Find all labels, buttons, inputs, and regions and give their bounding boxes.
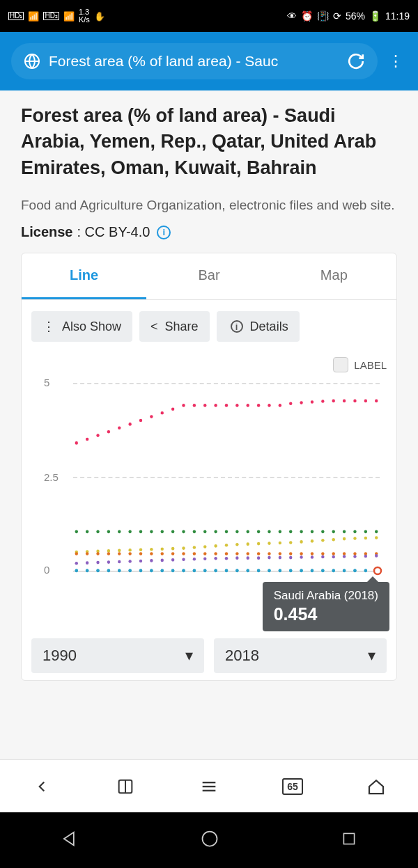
dots-vertical-icon: ⋮ bbox=[42, 319, 55, 334]
tabs-button[interactable]: 65 bbox=[277, 771, 308, 802]
svg-point-24 bbox=[321, 400, 324, 403]
svg-point-191 bbox=[247, 569, 249, 573]
svg-point-36 bbox=[139, 530, 142, 534]
svg-point-12 bbox=[193, 404, 196, 407]
year-start-select[interactable]: 1990 ▾ bbox=[31, 638, 204, 673]
svg-point-186 bbox=[193, 569, 196, 573]
svg-point-88 bbox=[75, 552, 78, 555]
license-label: License bbox=[21, 224, 72, 240]
svg-point-78 bbox=[279, 542, 281, 545]
url-bar[interactable]: Forest area (% of land area) - Sauc bbox=[11, 43, 378, 79]
svg-point-87 bbox=[375, 536, 378, 539]
svg-rect-211 bbox=[343, 833, 354, 844]
svg-point-202 bbox=[364, 569, 367, 573]
url-text: Forest area (% of land area) - Sauc bbox=[49, 53, 339, 70]
svg-point-210 bbox=[202, 832, 217, 846]
svg-point-57 bbox=[364, 530, 367, 534]
svg-point-43 bbox=[214, 530, 217, 534]
svg-point-40 bbox=[182, 530, 185, 534]
svg-point-138 bbox=[300, 555, 302, 559]
svg-point-18 bbox=[257, 404, 260, 407]
also-show-label: Also Show bbox=[62, 319, 121, 334]
svg-point-83 bbox=[332, 538, 335, 542]
svg-point-99 bbox=[193, 552, 196, 555]
svg-point-13 bbox=[203, 404, 206, 407]
clock: 11:19 bbox=[385, 10, 410, 22]
back-button[interactable] bbox=[26, 771, 57, 802]
year-end-select[interactable]: 2018 ▾ bbox=[214, 638, 387, 673]
svg-point-121 bbox=[118, 560, 121, 564]
hd2-indicator: HD₂ bbox=[43, 12, 59, 20]
svg-point-7 bbox=[139, 419, 142, 423]
share-button[interactable]: < Share bbox=[139, 311, 210, 342]
svg-point-122 bbox=[128, 560, 131, 563]
svg-point-100 bbox=[203, 552, 206, 555]
more-menu-button[interactable]: ⋮ bbox=[385, 52, 407, 70]
svg-point-101 bbox=[214, 552, 217, 555]
svg-point-86 bbox=[364, 537, 367, 540]
svg-point-3 bbox=[96, 434, 99, 437]
svg-point-112 bbox=[332, 552, 335, 555]
svg-point-55 bbox=[343, 530, 346, 534]
svg-point-108 bbox=[289, 552, 292, 555]
svg-point-42 bbox=[203, 530, 206, 534]
bookmarks-button[interactable] bbox=[110, 771, 141, 802]
svg-point-54 bbox=[332, 530, 335, 534]
svg-point-187 bbox=[203, 569, 206, 573]
svg-point-19 bbox=[268, 404, 270, 407]
refresh-icon[interactable] bbox=[347, 52, 365, 70]
tab-line[interactable]: Line bbox=[22, 253, 146, 299]
svg-point-39 bbox=[171, 530, 174, 534]
tooltip-value: 0.454 bbox=[274, 604, 378, 624]
svg-point-33 bbox=[107, 530, 110, 534]
page-title: Forest area (% of land area) - Saudi Ara… bbox=[21, 103, 397, 181]
svg-point-22 bbox=[300, 401, 302, 404]
svg-point-4 bbox=[107, 430, 110, 434]
year-start-value: 1990 bbox=[42, 647, 77, 665]
y-tick-0: 0 bbox=[44, 564, 49, 576]
svg-point-41 bbox=[193, 530, 196, 534]
chart-actions: ⋮ Also Show < Share i Details bbox=[22, 300, 396, 353]
svg-point-23 bbox=[311, 400, 314, 404]
svg-point-133 bbox=[247, 556, 249, 560]
svg-point-139 bbox=[311, 555, 314, 559]
svg-point-84 bbox=[343, 537, 346, 541]
svg-point-66 bbox=[150, 548, 153, 551]
tab-map[interactable]: Map bbox=[272, 253, 396, 299]
details-button[interactable]: i Details bbox=[217, 311, 300, 342]
home-button[interactable] bbox=[361, 771, 392, 802]
svg-point-79 bbox=[289, 541, 292, 544]
svg-point-56 bbox=[353, 530, 356, 534]
android-recent-button[interactable] bbox=[340, 830, 358, 851]
android-home-button[interactable] bbox=[200, 829, 219, 851]
tab-bar[interactable]: Bar bbox=[146, 253, 271, 299]
svg-point-200 bbox=[343, 569, 346, 573]
chart-container: LABEL 5 2.5 0 Saudi Arabia (2018) 0.454 bbox=[22, 353, 396, 590]
svg-point-31 bbox=[86, 530, 88, 534]
android-back-button[interactable] bbox=[60, 829, 79, 851]
chart-plot-area[interactable]: 5 2.5 0 bbox=[31, 360, 387, 590]
also-show-button[interactable]: ⋮ Also Show bbox=[31, 311, 132, 342]
svg-point-89 bbox=[86, 552, 88, 555]
svg-point-201 bbox=[353, 569, 356, 573]
status-left: HD₁ 📶 HD₂ 📶 1.3K/s ✋ bbox=[8, 8, 105, 24]
svg-point-142 bbox=[343, 555, 346, 558]
svg-point-177 bbox=[96, 569, 99, 573]
svg-point-30 bbox=[75, 530, 78, 534]
svg-point-110 bbox=[311, 552, 314, 555]
svg-point-44 bbox=[225, 530, 228, 534]
svg-point-106 bbox=[268, 552, 270, 555]
svg-point-85 bbox=[353, 537, 356, 540]
svg-point-27 bbox=[353, 400, 356, 403]
svg-point-26 bbox=[343, 400, 346, 403]
svg-point-126 bbox=[171, 558, 174, 562]
share-icon: < bbox=[150, 319, 158, 334]
svg-point-105 bbox=[257, 552, 260, 555]
info-icon[interactable]: i bbox=[157, 226, 171, 239]
svg-point-96 bbox=[161, 552, 164, 555]
svg-point-185 bbox=[182, 569, 185, 573]
svg-point-188 bbox=[214, 569, 217, 573]
menu-button[interactable] bbox=[194, 771, 224, 802]
chart-type-tabs: Line Bar Map bbox=[22, 253, 396, 300]
svg-point-190 bbox=[235, 569, 238, 573]
